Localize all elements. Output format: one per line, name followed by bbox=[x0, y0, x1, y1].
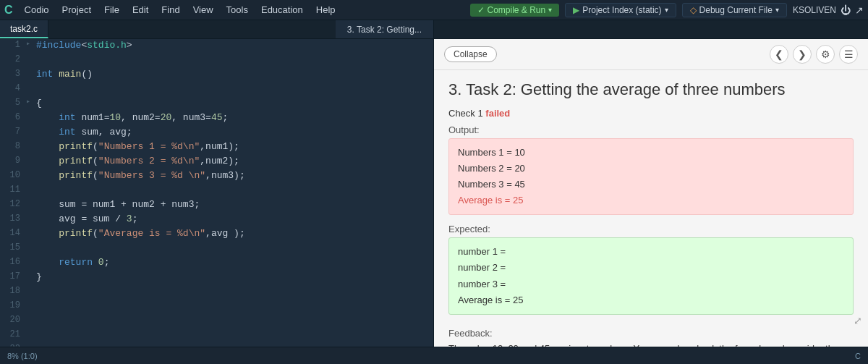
right-panel-tab[interactable]: 3. Task 2: Getting... bbox=[336, 20, 434, 38]
editor-tab[interactable]: task2.c bbox=[0, 20, 48, 38]
chevron-left-icon: ❮ bbox=[775, 48, 783, 60]
code-line: 14 printf("Average is = %d\n",avg ); bbox=[0, 227, 433, 242]
next-button[interactable]: ❯ bbox=[793, 45, 812, 64]
menu-right: ✓ Compile & Run ▾ ▶ Project Index (stati… bbox=[470, 3, 864, 17]
compile-run-button[interactable]: ✓ Compile & Run ▾ bbox=[470, 4, 560, 17]
expand-icon[interactable]: ⤢ bbox=[854, 315, 862, 326]
code-line: 1 ▸ #include<stdio.h> bbox=[0, 39, 433, 54]
code-line: 8 printf("Numbers 1 = %d\n",num1); bbox=[0, 140, 433, 155]
right-panel-header: Collapse ❮ ❯ ⚙ ☰ bbox=[434, 39, 868, 70]
debug-file-label: Debug Current File bbox=[699, 5, 773, 15]
code-line: 5 ▸ { bbox=[0, 97, 433, 111]
code-line: 7 int sum, avg; bbox=[0, 126, 433, 140]
code-editor[interactable]: 1 ▸ #include<stdio.h> 2 3 int main() 4 5… bbox=[0, 39, 434, 347]
project-index-dropdown-icon[interactable]: ▾ bbox=[665, 6, 668, 14]
menu-project[interactable]: Project bbox=[56, 3, 97, 17]
panel-icons: ❮ ❯ ⚙ ☰ bbox=[770, 45, 858, 64]
project-index-label: Project Index (static) bbox=[582, 5, 661, 15]
code-line: 3 int main() bbox=[0, 68, 433, 82]
expected-section: Expected: number 1 = number 2 = number 3… bbox=[434, 221, 868, 320]
app-logo: C bbox=[4, 4, 13, 17]
code-line: 18 bbox=[0, 285, 433, 300]
feedback-text: The value 10, 20 and 45 are input number… bbox=[448, 343, 838, 347]
task-title: 3. Task 2: Getting the average of three … bbox=[434, 70, 868, 105]
code-line: 22 bbox=[0, 343, 433, 347]
right-panel: Collapse ❮ ❯ ⚙ ☰ 3. Task 2: Getting the … bbox=[434, 39, 868, 347]
power-icon[interactable]: ⏻ bbox=[841, 4, 851, 16]
code-line: 19 bbox=[0, 300, 433, 314]
play-icon: ▶ bbox=[573, 5, 579, 15]
diamond-icon: ◇ bbox=[690, 5, 697, 15]
expected-label: Expected: bbox=[448, 224, 854, 234]
settings-button[interactable]: ⚙ bbox=[816, 45, 835, 64]
status-bar: 8% (1:0) C bbox=[0, 347, 868, 364]
expected-line-1: number 1 = bbox=[458, 244, 844, 260]
editor-tab-label: task2.c bbox=[10, 24, 38, 34]
list-button[interactable]: ☰ bbox=[839, 45, 858, 64]
chevron-right-icon: ❯ bbox=[798, 48, 807, 60]
tab-bar: task2.c 3. Task 2: Getting... bbox=[0, 20, 868, 39]
output-line-4: Average is = 25 bbox=[458, 192, 844, 208]
code-line: 20 bbox=[0, 314, 433, 329]
check-number: Check 1 bbox=[448, 108, 483, 119]
output-line-3: Numbers 3 = 45 bbox=[458, 177, 844, 192]
expected-line-2: number 2 = bbox=[458, 260, 844, 276]
check-failed-label: failed bbox=[485, 108, 510, 119]
menu-codio[interactable]: Codio bbox=[19, 3, 55, 17]
code-line: 11 bbox=[0, 184, 433, 198]
prev-button[interactable]: ❮ bbox=[770, 45, 788, 64]
code-line: 4 bbox=[0, 82, 433, 97]
right-tab-label: 3. Task 2: Getting... bbox=[347, 25, 422, 35]
menu-view[interactable]: View bbox=[187, 3, 219, 17]
code-line: 15 bbox=[0, 242, 433, 256]
menu-bar: C Codio Project File Edit Find View Tool… bbox=[0, 0, 868, 20]
checkmark-icon: ✓ bbox=[477, 5, 485, 15]
expected-box: number 1 = number 2 = number 3 = Average… bbox=[448, 237, 854, 314]
project-index-button[interactable]: ▶ Project Index (static) ▾ bbox=[565, 3, 676, 17]
menu-education[interactable]: Education bbox=[255, 3, 309, 17]
user-section: KSOLIVEN ⏻ ↗ bbox=[793, 4, 864, 16]
expected-line-3: number 3 = bbox=[458, 276, 844, 292]
check-status: Check 1 failed bbox=[434, 105, 868, 122]
compile-dropdown-icon[interactable]: ▾ bbox=[548, 6, 552, 14]
debug-file-button[interactable]: ◇ Debug Current File ▾ bbox=[682, 3, 787, 17]
language-indicator: C bbox=[855, 352, 861, 360]
output-box: Numbers 1 = 10 Numbers 2 = 20 Numbers 3 … bbox=[448, 138, 854, 215]
compile-run-label: Compile & Run bbox=[488, 5, 546, 15]
code-line: 13 avg = sum / 3; bbox=[0, 213, 433, 227]
output-line-2: Numbers 2 = 20 bbox=[458, 161, 844, 177]
main-content: 1 ▸ #include<stdio.h> 2 3 int main() 4 5… bbox=[0, 39, 868, 347]
external-icon[interactable]: ↗ bbox=[855, 4, 864, 16]
code-line: 16 return 0; bbox=[0, 256, 433, 271]
code-line: 12 sum = num1 + num2 + num3; bbox=[0, 198, 433, 213]
collapse-button[interactable]: Collapse bbox=[444, 46, 497, 62]
debug-dropdown-icon[interactable]: ▾ bbox=[775, 6, 779, 14]
code-line: 17 } bbox=[0, 271, 433, 285]
code-line: 21 bbox=[0, 329, 433, 343]
menu-edit[interactable]: Edit bbox=[127, 3, 154, 17]
feedback-section: Feedback: The value 10, 20 and 45 are in… bbox=[434, 321, 868, 347]
code-line: 2 bbox=[0, 54, 433, 68]
menu-find[interactable]: Find bbox=[156, 3, 185, 17]
list-icon: ☰ bbox=[844, 48, 854, 60]
output-section: Output: Numbers 1 = 10 Numbers 2 = 20 Nu… bbox=[434, 122, 868, 221]
feedback-label: Feedback: bbox=[448, 328, 493, 339]
menu-help[interactable]: Help bbox=[310, 3, 341, 17]
code-line: 6 int num1=10, num2=20, num3=45; bbox=[0, 111, 433, 126]
menu-tools[interactable]: Tools bbox=[221, 3, 254, 17]
output-line-1: Numbers 1 = 10 bbox=[458, 145, 844, 161]
username-label: KSOLIVEN bbox=[793, 5, 836, 15]
code-line: 10 printf("Numbers 3 = %d \n",num3); bbox=[0, 169, 433, 184]
gear-icon: ⚙ bbox=[821, 48, 830, 60]
code-line: 9 printf("Numbers 2 = %d\n",num2); bbox=[0, 155, 433, 169]
cursor-position: 8% (1:0) bbox=[7, 352, 38, 360]
menu-file[interactable]: File bbox=[98, 3, 125, 17]
output-label: Output: bbox=[448, 124, 854, 135]
expected-line-4: Average is = 25 bbox=[458, 292, 844, 308]
